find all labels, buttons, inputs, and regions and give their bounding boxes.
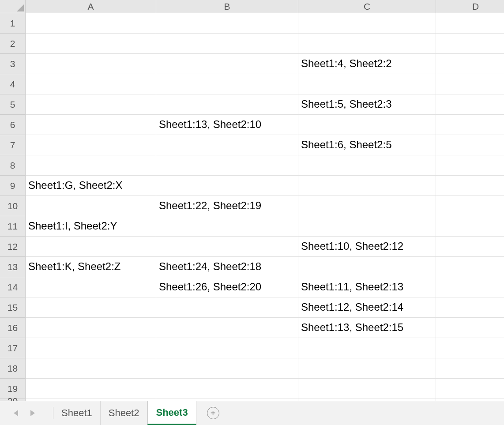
cell-C5[interactable]: Sheet1:5, Sheet2:3 bbox=[298, 94, 436, 115]
cell-D18[interactable] bbox=[436, 358, 504, 379]
row-header-13[interactable]: 13 bbox=[0, 257, 25, 277]
cell-B1[interactable] bbox=[156, 13, 298, 34]
row-header-10[interactable]: 10 bbox=[0, 196, 25, 216]
cell-B9[interactable] bbox=[156, 176, 298, 196]
cell-D5[interactable] bbox=[436, 94, 504, 115]
cell-C7[interactable]: Sheet1:6, Sheet2:5 bbox=[298, 135, 436, 155]
cell-A13[interactable]: Sheet1:K, Sheet2:Z bbox=[26, 257, 156, 277]
cell-A7[interactable] bbox=[26, 135, 156, 155]
row-header-9[interactable]: 9 bbox=[0, 176, 25, 196]
cell-D2[interactable] bbox=[436, 34, 504, 54]
row-header-8[interactable]: 8 bbox=[0, 155, 25, 176]
row-header-18[interactable]: 18 bbox=[0, 358, 25, 379]
cell-C14[interactable]: Sheet1:11, Sheet2:13 bbox=[298, 277, 436, 297]
cell-D16[interactable] bbox=[436, 318, 504, 338]
cell-B8[interactable] bbox=[156, 155, 298, 176]
cell-A3[interactable] bbox=[26, 54, 156, 74]
cell-D3[interactable] bbox=[436, 54, 504, 74]
row-header-14[interactable]: 14 bbox=[0, 277, 25, 297]
cell-C1[interactable] bbox=[298, 13, 436, 34]
row-header-16[interactable]: 16 bbox=[0, 318, 25, 338]
cell-C16[interactable]: Sheet1:13, Sheet2:15 bbox=[298, 318, 436, 338]
cell-C12[interactable]: Sheet1:10, Sheet2:12 bbox=[298, 237, 436, 257]
cell-B6[interactable]: Sheet1:13, Sheet2:10 bbox=[156, 115, 298, 135]
cell-C6[interactable] bbox=[298, 115, 436, 135]
tab-sheet1[interactable]: Sheet1 bbox=[53, 401, 101, 425]
cell-A19[interactable] bbox=[26, 379, 156, 399]
cell-B14[interactable]: Sheet1:26, Sheet2:20 bbox=[156, 277, 298, 297]
cell-A4[interactable] bbox=[26, 74, 156, 94]
row-header-15[interactable]: 15 bbox=[0, 297, 25, 318]
cell-A17[interactable] bbox=[26, 338, 156, 358]
cell-D17[interactable] bbox=[436, 338, 504, 358]
column-header-B[interactable]: B bbox=[156, 0, 298, 13]
cell-B5[interactable] bbox=[156, 94, 298, 115]
cell-A12[interactable] bbox=[26, 237, 156, 257]
cell-C15[interactable]: Sheet1:12, Sheet2:14 bbox=[298, 297, 436, 318]
sheet-nav-prev-icon[interactable] bbox=[14, 410, 18, 416]
cell-B16[interactable] bbox=[156, 318, 298, 338]
cell-B15[interactable] bbox=[156, 297, 298, 318]
cell-C18[interactable] bbox=[298, 358, 436, 379]
cell-A1[interactable] bbox=[26, 13, 156, 34]
cell-D7[interactable] bbox=[436, 135, 504, 155]
cell-C4[interactable] bbox=[298, 74, 436, 94]
cell-A15[interactable] bbox=[26, 297, 156, 318]
cell-D12[interactable] bbox=[436, 237, 504, 257]
cell-B2[interactable] bbox=[156, 34, 298, 54]
cell-A18[interactable] bbox=[26, 358, 156, 379]
cell-D8[interactable] bbox=[436, 155, 504, 176]
row-header-12[interactable]: 12 bbox=[0, 237, 25, 257]
cell-D11[interactable] bbox=[436, 216, 504, 237]
cell-B19[interactable] bbox=[156, 379, 298, 399]
cell-C17[interactable] bbox=[298, 338, 436, 358]
add-sheet-button[interactable]: + bbox=[207, 407, 219, 419]
column-header-C[interactable]: C bbox=[298, 0, 436, 13]
row-header-6[interactable]: 6 bbox=[0, 115, 25, 135]
cell-A6[interactable] bbox=[26, 115, 156, 135]
cell-C19[interactable] bbox=[298, 379, 436, 399]
cell-B17[interactable] bbox=[156, 338, 298, 358]
cell-A11[interactable]: Sheet1:I, Sheet2:Y bbox=[26, 216, 156, 237]
row-header-7[interactable]: 7 bbox=[0, 135, 25, 155]
cell-C13[interactable] bbox=[298, 257, 436, 277]
tab-sheet3[interactable]: Sheet3 bbox=[147, 401, 196, 425]
cell-A2[interactable] bbox=[26, 34, 156, 54]
cell-B3[interactable] bbox=[156, 54, 298, 74]
cell-D13[interactable] bbox=[436, 257, 504, 277]
cell-C2[interactable] bbox=[298, 34, 436, 54]
cell-A5[interactable] bbox=[26, 94, 156, 115]
cell-D15[interactable] bbox=[436, 297, 504, 318]
row-header-17[interactable]: 17 bbox=[0, 338, 25, 358]
cell-A16[interactable] bbox=[26, 318, 156, 338]
cell-B11[interactable] bbox=[156, 216, 298, 237]
cell-A14[interactable] bbox=[26, 277, 156, 297]
cell-D1[interactable] bbox=[436, 13, 504, 34]
cell-D4[interactable] bbox=[436, 74, 504, 94]
cell-C8[interactable] bbox=[298, 155, 436, 176]
cell-B13[interactable]: Sheet1:24, Sheet2:18 bbox=[156, 257, 298, 277]
cell-B4[interactable] bbox=[156, 74, 298, 94]
cell-B7[interactable] bbox=[156, 135, 298, 155]
cell-D6[interactable] bbox=[436, 115, 504, 135]
cell-B10[interactable]: Sheet1:22, Sheet2:19 bbox=[156, 196, 298, 216]
cell-D9[interactable] bbox=[436, 176, 504, 196]
cell-D10[interactable] bbox=[436, 196, 504, 216]
cell-C11[interactable] bbox=[298, 216, 436, 237]
cell-B12[interactable] bbox=[156, 237, 298, 257]
cell-C10[interactable] bbox=[298, 196, 436, 216]
row-header-2[interactable]: 2 bbox=[0, 34, 25, 54]
tab-sheet2[interactable]: Sheet2 bbox=[101, 401, 148, 425]
cell-C3[interactable]: Sheet1:4, Sheet2:2 bbox=[298, 54, 436, 74]
select-all-corner[interactable] bbox=[0, 0, 26, 13]
cell-A9[interactable]: Sheet1:G, Sheet2:X bbox=[26, 176, 156, 196]
sheet-nav-next-icon[interactable] bbox=[30, 410, 35, 416]
row-header-3[interactable]: 3 bbox=[0, 54, 25, 74]
cell-D19[interactable] bbox=[436, 379, 504, 399]
cell-C9[interactable] bbox=[298, 176, 436, 196]
cell-A10[interactable] bbox=[26, 196, 156, 216]
column-header-D[interactable]: D bbox=[436, 0, 504, 13]
cell-A8[interactable] bbox=[26, 155, 156, 176]
cell-D14[interactable] bbox=[436, 277, 504, 297]
row-header-5[interactable]: 5 bbox=[0, 94, 25, 115]
